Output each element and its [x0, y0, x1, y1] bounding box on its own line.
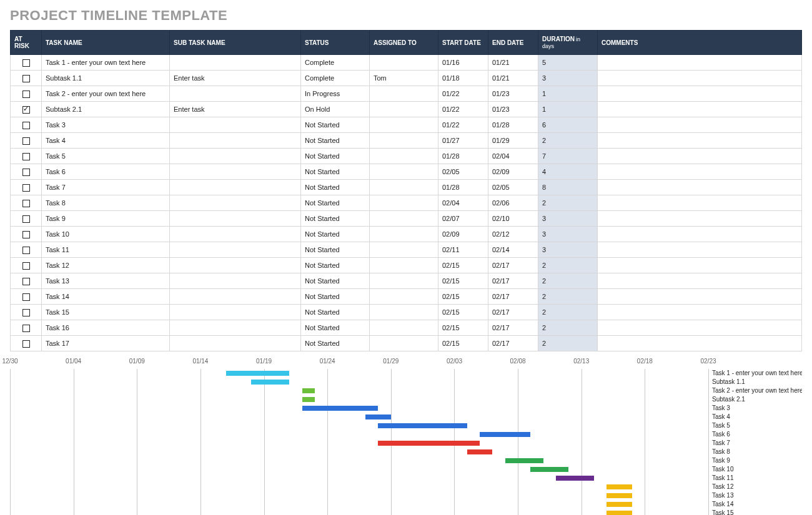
cell-sub-task-name[interactable]: [170, 117, 301, 133]
checkbox-icon[interactable]: [22, 247, 30, 254]
cell-end-date[interactable]: 02/14: [488, 242, 538, 258]
checkbox-icon[interactable]: [22, 91, 30, 98]
cell-at-risk[interactable]: [11, 164, 42, 180]
cell-sub-task-name[interactable]: [170, 227, 301, 242]
cell-start-date[interactable]: 02/15: [438, 336, 488, 351]
cell-end-date[interactable]: 02/17: [488, 320, 538, 336]
cell-at-risk[interactable]: [11, 242, 42, 258]
cell-task-name[interactable]: Task 4: [42, 133, 170, 149]
cell-task-name[interactable]: Task 14: [42, 289, 170, 305]
cell-end-date[interactable]: 02/17: [488, 289, 538, 305]
cell-task-name[interactable]: Task 9: [42, 211, 170, 227]
cell-end-date[interactable]: 01/21: [488, 55, 538, 71]
cell-assigned-to[interactable]: [370, 273, 438, 289]
cell-status[interactable]: Not Started: [301, 164, 370, 180]
checkbox-icon[interactable]: [22, 262, 30, 270]
cell-comments[interactable]: [598, 320, 802, 336]
cell-at-risk[interactable]: [11, 273, 42, 289]
cell-comments[interactable]: [598, 336, 802, 351]
cell-comments[interactable]: [598, 117, 802, 133]
checkbox-icon[interactable]: [22, 122, 30, 129]
checkbox-icon[interactable]: [22, 184, 30, 192]
cell-start-date[interactable]: 02/15: [438, 289, 488, 305]
cell-status[interactable]: Not Started: [301, 305, 370, 320]
cell-start-date[interactable]: 02/09: [438, 227, 488, 242]
cell-task-name[interactable]: Task 2 - enter your own text here: [42, 86, 170, 102]
cell-assigned-to[interactable]: [370, 164, 438, 180]
cell-task-name[interactable]: Task 6: [42, 164, 170, 180]
cell-start-date[interactable]: 02/11: [438, 242, 488, 258]
cell-status[interactable]: Not Started: [301, 195, 370, 211]
cell-task-name[interactable]: Task 13: [42, 273, 170, 289]
cell-comments[interactable]: [598, 86, 802, 102]
cell-end-date[interactable]: 01/29: [488, 133, 538, 149]
cell-at-risk[interactable]: [11, 149, 42, 164]
cell-at-risk[interactable]: [11, 180, 42, 195]
cell-sub-task-name[interactable]: [170, 149, 301, 164]
cell-task-name[interactable]: Task 16: [42, 320, 170, 336]
cell-end-date[interactable]: 01/28: [488, 117, 538, 133]
cell-status[interactable]: Not Started: [301, 336, 370, 351]
cell-comments[interactable]: [598, 71, 802, 86]
cell-assigned-to[interactable]: [370, 258, 438, 273]
cell-sub-task-name[interactable]: [170, 86, 301, 102]
cell-status[interactable]: Not Started: [301, 273, 370, 289]
cell-assigned-to[interactable]: [370, 195, 438, 211]
cell-at-risk[interactable]: [11, 305, 42, 320]
cell-end-date[interactable]: 02/04: [488, 149, 538, 164]
cell-comments[interactable]: [598, 149, 802, 164]
cell-status[interactable]: Not Started: [301, 149, 370, 164]
cell-start-date[interactable]: 01/28: [438, 180, 488, 195]
cell-status[interactable]: On Hold: [301, 102, 370, 117]
checkbox-icon[interactable]: [22, 137, 30, 145]
cell-end-date[interactable]: 02/09: [488, 164, 538, 180]
cell-sub-task-name[interactable]: [170, 133, 301, 149]
cell-assigned-to[interactable]: [370, 320, 438, 336]
cell-assigned-to[interactable]: [370, 133, 438, 149]
cell-comments[interactable]: [598, 273, 802, 289]
cell-sub-task-name[interactable]: [170, 180, 301, 195]
cell-comments[interactable]: [598, 133, 802, 149]
cell-task-name[interactable]: Task 5: [42, 149, 170, 164]
cell-start-date[interactable]: 02/15: [438, 320, 488, 336]
checkbox-icon[interactable]: [22, 169, 30, 176]
cell-status[interactable]: Not Started: [301, 258, 370, 273]
cell-at-risk[interactable]: [11, 86, 42, 102]
cell-start-date[interactable]: 01/16: [438, 55, 488, 71]
cell-comments[interactable]: [598, 195, 802, 211]
cell-comments[interactable]: [598, 211, 802, 227]
cell-task-name[interactable]: Task 8: [42, 195, 170, 211]
cell-end-date[interactable]: 02/17: [488, 336, 538, 351]
cell-at-risk[interactable]: [11, 117, 42, 133]
cell-sub-task-name[interactable]: [170, 211, 301, 227]
cell-sub-task-name[interactable]: [170, 258, 301, 273]
cell-start-date[interactable]: 01/18: [438, 71, 488, 86]
cell-start-date[interactable]: 02/15: [438, 258, 488, 273]
cell-at-risk[interactable]: [11, 211, 42, 227]
cell-end-date[interactable]: 01/23: [488, 86, 538, 102]
cell-comments[interactable]: [598, 55, 802, 71]
cell-comments[interactable]: [598, 164, 802, 180]
cell-sub-task-name[interactable]: [170, 305, 301, 320]
cell-comments[interactable]: [598, 305, 802, 320]
cell-task-name[interactable]: Task 7: [42, 180, 170, 195]
checkbox-icon[interactable]: [22, 106, 30, 114]
cell-start-date[interactable]: 02/15: [438, 273, 488, 289]
cell-comments[interactable]: [598, 102, 802, 117]
checkbox-icon[interactable]: [22, 325, 30, 332]
cell-task-name[interactable]: Task 17: [42, 336, 170, 351]
cell-start-date[interactable]: 01/22: [438, 117, 488, 133]
cell-sub-task-name[interactable]: [170, 273, 301, 289]
checkbox-icon[interactable]: [22, 293, 30, 301]
cell-task-name[interactable]: Task 12: [42, 258, 170, 273]
cell-at-risk[interactable]: [11, 133, 42, 149]
cell-at-risk[interactable]: [11, 227, 42, 242]
checkbox-icon[interactable]: [22, 278, 30, 285]
cell-start-date[interactable]: 01/28: [438, 149, 488, 164]
cell-comments[interactable]: [598, 242, 802, 258]
cell-at-risk[interactable]: [11, 289, 42, 305]
cell-assigned-to[interactable]: [370, 289, 438, 305]
checkbox-icon[interactable]: [22, 215, 30, 223]
cell-assigned-to[interactable]: [370, 55, 438, 71]
cell-status[interactable]: Not Started: [301, 117, 370, 133]
